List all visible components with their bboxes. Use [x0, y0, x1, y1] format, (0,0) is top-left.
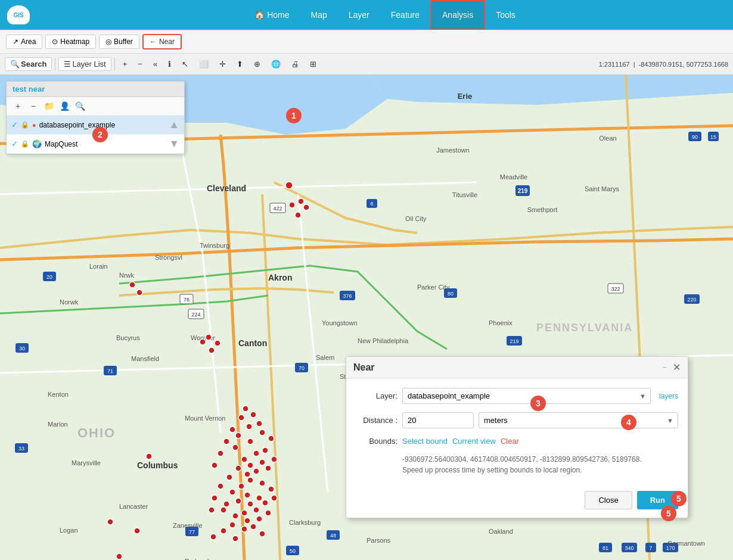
svg-point-125 — [259, 459, 265, 465]
distance-input[interactable] — [402, 412, 474, 428]
current-view-link[interactable]: Current view — [452, 437, 496, 446]
select-button[interactable]: ↖ — [177, 58, 193, 70]
remove-layer-button[interactable]: − — [133, 58, 147, 70]
add-layer-button[interactable]: + — [118, 58, 132, 70]
layer-search-button[interactable]: 🔍 — [73, 99, 86, 113]
back-button[interactable]: « — [148, 58, 162, 70]
svg-point-154 — [265, 510, 271, 516]
buffer-tool-button[interactable]: ◎ Buffer — [99, 35, 139, 49]
svg-point-155 — [229, 522, 235, 528]
rectangle-button[interactable]: ⬜ — [194, 58, 213, 70]
step-badge-2: 2 — [92, 127, 108, 142]
search-icon: 🔍 — [10, 60, 20, 69]
clear-bounds-link[interactable]: Clear — [501, 437, 519, 446]
globe-button[interactable]: 🌐 — [266, 58, 285, 70]
layer-scroll-down[interactable]: ▼ — [169, 138, 179, 150]
layer-folder-button[interactable]: 📁 — [42, 99, 55, 113]
svg-text:Titusville: Titusville — [452, 191, 477, 198]
svg-text:Mount Vernon: Mount Vernon — [185, 415, 226, 422]
svg-text:48: 48 — [330, 533, 336, 539]
svg-text:422: 422 — [273, 206, 282, 211]
svg-text:80: 80 — [448, 291, 454, 297]
nav-home[interactable]: 🏠 Home — [244, 0, 300, 30]
svg-point-114 — [235, 433, 241, 438]
unit-select[interactable]: meters kilometers feet miles — [479, 412, 678, 428]
dialog-title: Near — [353, 362, 375, 373]
nav-tools[interactable]: Tools — [485, 0, 526, 30]
print-button[interactable]: 🖨 — [287, 58, 304, 70]
list-icon: ☰ — [64, 60, 71, 69]
svg-text:Wooster: Wooster — [191, 334, 215, 341]
svg-text:70: 70 — [299, 365, 305, 371]
upload-button[interactable]: ⬆ — [232, 58, 248, 70]
near-tool-button[interactable]: ← Near — [142, 34, 182, 49]
layer-user-button[interactable]: 👤 — [58, 99, 71, 113]
svg-text:OHIO: OHIO — [77, 425, 116, 440]
bounds-form-row: Bounds: Select bound Current view Clear — [356, 437, 678, 446]
svg-point-120 — [253, 450, 259, 456]
svg-text:Norwk: Norwk — [60, 298, 79, 306]
map-toolbar: 🔍 Search ☰ Layer List + − « ℹ ↖ ⬜ ✛ ⬆ ⊕ … — [0, 54, 733, 75]
svg-rect-33 — [15, 443, 28, 453]
svg-point-151 — [244, 518, 250, 524]
layers-link[interactable]: layers — [659, 392, 678, 400]
svg-text:Parsons: Parsons — [366, 537, 391, 544]
layer-remove-button[interactable]: − — [27, 99, 40, 113]
svg-rect-39 — [327, 530, 340, 540]
info-button[interactable]: ℹ — [163, 58, 176, 70]
toolbar-separator2 — [114, 58, 115, 71]
layer-add-button[interactable]: + — [11, 99, 24, 113]
svg-text:15: 15 — [710, 134, 716, 140]
svg-rect-43 — [622, 543, 637, 552]
layer-scroll-up[interactable]: ▲ — [169, 119, 179, 131]
svg-point-145 — [212, 495, 218, 501]
svg-point-133 — [259, 480, 265, 486]
svg-text:Twinsburg: Twinsburg — [200, 242, 229, 249]
nav-feature[interactable]: Feature — [380, 0, 430, 30]
svg-text:Youngstown: Youngstown — [322, 319, 358, 326]
svg-rect-31 — [295, 363, 308, 372]
svg-point-158 — [250, 524, 256, 530]
nav-analysis[interactable]: Analysis — [430, 0, 485, 30]
nav-layer[interactable]: Layer — [338, 0, 380, 30]
svg-text:7: 7 — [649, 545, 652, 551]
home-icon: 🏠 — [254, 10, 265, 20]
svg-text:PENNSYLVANIA: PENNSYLVANIA — [536, 322, 633, 334]
svg-text:220: 220 — [687, 297, 696, 303]
svg-point-148 — [241, 510, 247, 516]
svg-point-139 — [244, 492, 250, 498]
fullscreen-button[interactable]: ⊞ — [305, 58, 321, 70]
svg-point-111 — [250, 412, 256, 418]
svg-point-138 — [229, 489, 235, 495]
move-button[interactable]: ✛ — [215, 58, 231, 70]
nav-map[interactable]: Map — [300, 0, 338, 30]
svg-point-157 — [220, 528, 226, 534]
svg-point-110 — [229, 427, 235, 433]
area-tool-button[interactable]: ↗ Area — [6, 35, 42, 49]
svg-text:219: 219 — [510, 338, 518, 344]
heatmap-tool-button[interactable]: ⊙ Heatmap — [45, 35, 96, 49]
svg-point-127 — [244, 471, 250, 477]
dialog-close-x-button[interactable]: ✕ — [673, 362, 681, 373]
svg-point-109 — [246, 424, 252, 430]
svg-text:Salem: Salem — [316, 354, 334, 361]
layer-select[interactable]: databasepoint_example — [402, 388, 651, 404]
svg-point-169 — [136, 290, 142, 295]
svg-point-129 — [265, 465, 271, 471]
coord-separator: | — [633, 61, 635, 68]
svg-rect-27 — [104, 366, 117, 375]
zoom-in-button[interactable]: ⊕ — [249, 58, 265, 70]
layer-list-button[interactable]: ☰ Layer List — [58, 57, 111, 71]
svg-rect-11 — [270, 203, 285, 213]
map-container[interactable]: 219 6 20 76 224 422 80 90 15 — [0, 75, 733, 560]
search-button[interactable]: 🔍 Search — [5, 57, 52, 71]
select-bound-link[interactable]: Select bound — [402, 437, 448, 446]
svg-rect-29 — [15, 343, 29, 353]
close-button[interactable]: Close — [585, 491, 632, 509]
svg-point-152 — [256, 516, 262, 522]
svg-text:76: 76 — [184, 297, 190, 303]
svg-text:170: 170 — [666, 545, 675, 551]
analysis-toolbar: ↗ Area ⊙ Heatmap ◎ Buffer ← Near — [0, 30, 733, 54]
unit-select-wrapper: meters kilometers feet miles ▼ — [479, 412, 678, 428]
svg-point-115 — [247, 438, 253, 444]
